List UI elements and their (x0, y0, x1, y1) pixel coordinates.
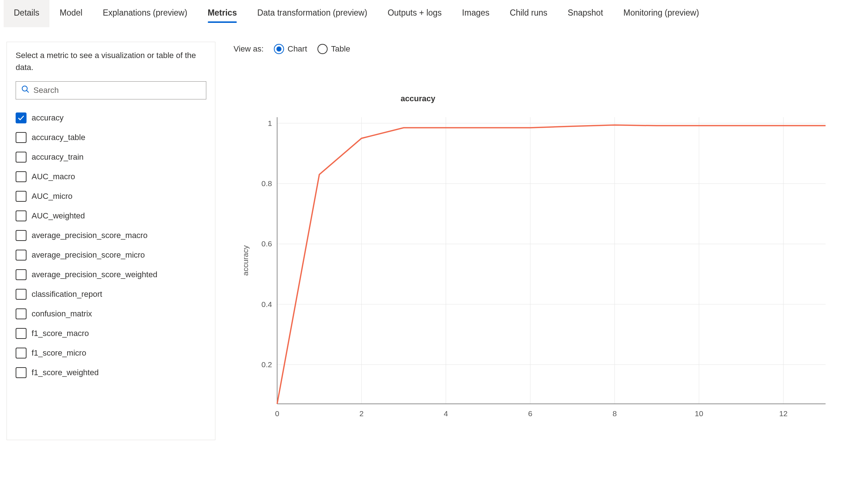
metric-checkbox[interactable] (16, 367, 27, 378)
tab-child-runs[interactable]: Child runs (500, 0, 558, 27)
svg-text:12: 12 (779, 409, 787, 418)
svg-text:0.2: 0.2 (262, 360, 272, 369)
metric-label: f1_score_weighted (32, 368, 99, 377)
metric-label: f1_score_macro (32, 329, 89, 338)
metric-label: average_precision_score_macro (32, 231, 147, 240)
metric-row-f1_score_macro[interactable]: f1_score_macro (16, 324, 206, 343)
search-input[interactable]: Search (16, 81, 206, 99)
tab-model[interactable]: Model (49, 0, 93, 27)
radio-chart-label: Chart (288, 44, 307, 54)
tab-explanations-preview-[interactable]: Explanations (preview) (93, 0, 198, 27)
svg-text:4: 4 (444, 409, 448, 418)
tab-details[interactable]: Details (4, 0, 49, 27)
metric-checkbox[interactable] (16, 289, 27, 300)
tab-data-transformation-preview-[interactable]: Data transformation (preview) (247, 0, 377, 27)
metric-checkbox[interactable] (16, 230, 27, 241)
view-as-group: View as: Chart Table (234, 42, 840, 54)
metric-checkbox[interactable] (16, 112, 27, 123)
metric-row-accuracy[interactable]: accuracy (16, 108, 206, 128)
chart-title: accuracy (234, 94, 840, 103)
metric-row-accuracy_table[interactable]: accuracy_table (16, 128, 206, 147)
view-as-label: View as: (234, 44, 264, 54)
svg-text:0.4: 0.4 (262, 300, 272, 308)
metric-label: average_precision_score_micro (32, 250, 145, 260)
tab-images[interactable]: Images (452, 0, 499, 27)
svg-text:1: 1 (268, 119, 272, 127)
sidebar-instruction: Select a metric to see a visualization o… (7, 49, 215, 81)
tab-snapshot[interactable]: Snapshot (558, 0, 613, 27)
metric-label: accuracy (32, 113, 64, 123)
metric-list[interactable]: accuracyaccuracy_tableaccuracy_trainAUC_… (7, 106, 215, 433)
metric-checkbox[interactable] (16, 171, 27, 182)
metric-label: f1_score_micro (32, 348, 86, 358)
metric-row-average_precision_score_macro[interactable]: average_precision_score_macro (16, 226, 206, 245)
svg-text:10: 10 (695, 409, 703, 418)
metric-label: confusion_matrix (32, 309, 92, 319)
tab-bar: DetailsModelExplanations (preview)Metric… (0, 0, 847, 27)
metric-row-confusion_matrix[interactable]: confusion_matrix (16, 304, 206, 324)
radio-table-circle (317, 44, 328, 54)
chart-panel: View as: Chart Table accuracy 0246810120… (234, 42, 840, 431)
metric-row-classification_report[interactable]: classification_report (16, 284, 206, 304)
metric-row-AUC_micro[interactable]: AUC_micro (16, 187, 206, 206)
metric-checkbox[interactable] (16, 191, 27, 202)
metric-checkbox[interactable] (16, 269, 27, 280)
metric-label: classification_report (32, 290, 102, 299)
metric-row-average_precision_score_micro[interactable]: average_precision_score_micro (16, 245, 206, 265)
tab-metrics[interactable]: Metrics (198, 0, 247, 27)
metrics-sidebar: Select a metric to see a visualization o… (7, 42, 215, 440)
metric-label: AUC_weighted (32, 211, 85, 221)
search-icon (21, 85, 30, 96)
tab-monitoring-preview-[interactable]: Monitoring (preview) (613, 0, 709, 27)
metric-checkbox[interactable] (16, 308, 27, 319)
metric-label: AUC_micro (32, 192, 72, 201)
metric-checkbox[interactable] (16, 328, 27, 339)
radio-table[interactable]: Table (317, 44, 350, 54)
metric-label: accuracy_table (32, 133, 85, 142)
metric-checkbox[interactable] (16, 210, 27, 221)
metric-row-accuracy_train[interactable]: accuracy_train (16, 147, 206, 167)
metric-row-f1_score_micro[interactable]: f1_score_micro (16, 343, 206, 363)
metric-checkbox[interactable] (16, 152, 27, 163)
svg-text:0.8: 0.8 (262, 179, 272, 188)
metric-label: average_precision_score_weighted (32, 270, 157, 279)
radio-chart[interactable]: Chart (274, 44, 307, 54)
svg-point-0 (22, 86, 27, 91)
svg-line-1 (27, 90, 29, 93)
metric-checkbox[interactable] (16, 348, 27, 358)
metric-label: accuracy_train (32, 152, 84, 162)
metric-row-average_precision_score_weighted[interactable]: average_precision_score_weighted (16, 265, 206, 284)
svg-text:0: 0 (275, 409, 279, 418)
metric-row-AUC_macro[interactable]: AUC_macro (16, 167, 206, 187)
tab-outputs-logs[interactable]: Outputs + logs (377, 0, 452, 27)
accuracy-chart: 0246810120.20.40.60.81accuracy (234, 114, 833, 429)
svg-text:0.6: 0.6 (262, 239, 272, 248)
metric-checkbox[interactable] (16, 132, 27, 143)
svg-text:6: 6 (528, 409, 532, 418)
metric-row-AUC_weighted[interactable]: AUC_weighted (16, 206, 206, 226)
metric-label: AUC_macro (32, 172, 75, 181)
svg-text:8: 8 (612, 409, 617, 418)
radio-chart-circle (274, 44, 284, 54)
metric-row-f1_score_weighted[interactable]: f1_score_weighted (16, 363, 206, 382)
search-placeholder: Search (33, 86, 59, 95)
metric-checkbox[interactable] (16, 250, 27, 261)
svg-text:2: 2 (359, 409, 364, 418)
radio-table-label: Table (331, 44, 350, 54)
svg-text:accuracy: accuracy (241, 245, 250, 276)
